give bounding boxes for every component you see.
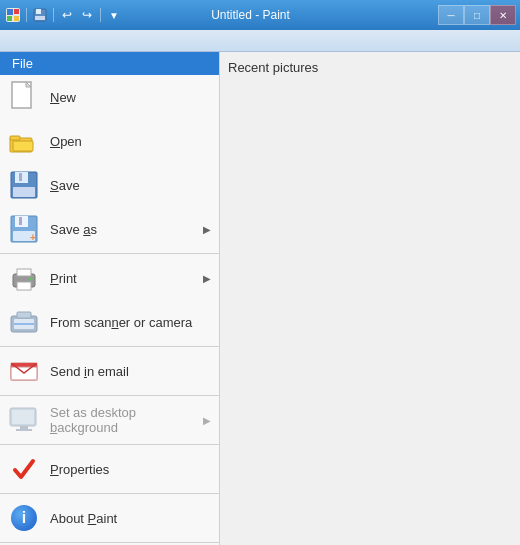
recent-pictures-panel: Recent pictures: [220, 52, 520, 545]
menu-items-list: New Open: [0, 75, 219, 545]
email-label: Send in email: [50, 364, 211, 379]
print-arrow: ▶: [203, 273, 211, 284]
menu-item-scanner[interactable]: From scanner or camera: [0, 300, 219, 344]
print-icon: [8, 262, 40, 294]
svg-text:+: +: [30, 232, 36, 243]
properties-label: Properties: [50, 462, 211, 477]
save-icon: [8, 169, 40, 201]
menu-item-save-as[interactable]: + Save as ▶: [0, 207, 219, 251]
menu-item-desktop[interactable]: Set as desktop background ▶: [0, 398, 219, 442]
svg-point-25: [30, 278, 33, 281]
new-label: New: [50, 90, 211, 105]
save-as-icon: +: [8, 213, 40, 245]
app-icon: [4, 6, 22, 24]
about-icon: i: [8, 502, 40, 534]
desktop-label: Set as desktop background: [50, 405, 193, 435]
menu-item-print[interactable]: Print ▶: [0, 256, 219, 300]
close-button[interactable]: ✕: [490, 5, 516, 25]
menu-item-new[interactable]: New: [0, 75, 219, 119]
svg-rect-23: [17, 269, 31, 276]
menu-item-about[interactable]: i About Paint: [0, 496, 219, 540]
main-area: File New: [0, 52, 520, 545]
email-icon: [8, 355, 40, 387]
svg-rect-35: [20, 426, 28, 429]
svg-rect-11: [10, 136, 20, 140]
svg-rect-16: [13, 187, 35, 197]
ribbon-tab-bar: [0, 30, 520, 52]
svg-rect-36: [16, 429, 32, 431]
minimize-button[interactable]: ─: [438, 5, 464, 25]
title-bar: ↩ ↪ ▼ Untitled - Paint ─ □ ✕: [0, 0, 520, 30]
file-menu-header[interactable]: File: [0, 52, 219, 75]
svg-rect-29: [17, 312, 31, 318]
scanner-icon: [8, 306, 40, 338]
new-icon: [8, 81, 40, 113]
maximize-button[interactable]: □: [464, 5, 490, 25]
menu-item-email[interactable]: Send in email: [0, 349, 219, 393]
svg-rect-3: [7, 16, 12, 21]
desktop-icon: [8, 404, 40, 436]
svg-rect-7: [35, 16, 45, 20]
svg-rect-24: [17, 282, 31, 290]
svg-rect-2: [14, 9, 19, 14]
save-label: Save: [50, 178, 211, 193]
open-icon: [8, 125, 40, 157]
save-as-arrow: ▶: [203, 224, 211, 235]
about-circle: i: [11, 505, 37, 531]
about-label: About Paint: [50, 511, 211, 526]
sep-2: [0, 346, 219, 347]
svg-rect-1: [7, 9, 13, 15]
window-title: Untitled - Paint: [67, 8, 434, 22]
quick-save-icon[interactable]: [31, 6, 49, 24]
menu-item-properties[interactable]: Properties: [0, 447, 219, 491]
print-label: Print: [50, 271, 193, 286]
svg-rect-6: [36, 9, 41, 14]
sep-4: [0, 444, 219, 445]
svg-rect-12: [13, 141, 33, 151]
save-as-label: Save as: [50, 222, 193, 237]
desktop-arrow: ▶: [203, 415, 211, 426]
sep-6: [0, 542, 219, 543]
svg-rect-4: [14, 16, 19, 21]
sep-5: [0, 493, 219, 494]
menu-item-save[interactable]: Save: [0, 163, 219, 207]
sep-3: [0, 395, 219, 396]
menu-item-open[interactable]: Open: [0, 119, 219, 163]
svg-rect-19: [19, 217, 22, 225]
recent-pictures-title: Recent pictures: [228, 60, 512, 75]
svg-rect-34: [12, 410, 34, 424]
window-controls: ─ □ ✕: [438, 5, 516, 25]
properties-icon: [8, 453, 40, 485]
svg-rect-15: [19, 173, 22, 181]
file-menu-panel: File New: [0, 52, 220, 545]
open-label: Open: [50, 134, 211, 149]
sep-1: [0, 253, 219, 254]
scanner-label: From scanner or camera: [50, 315, 211, 330]
